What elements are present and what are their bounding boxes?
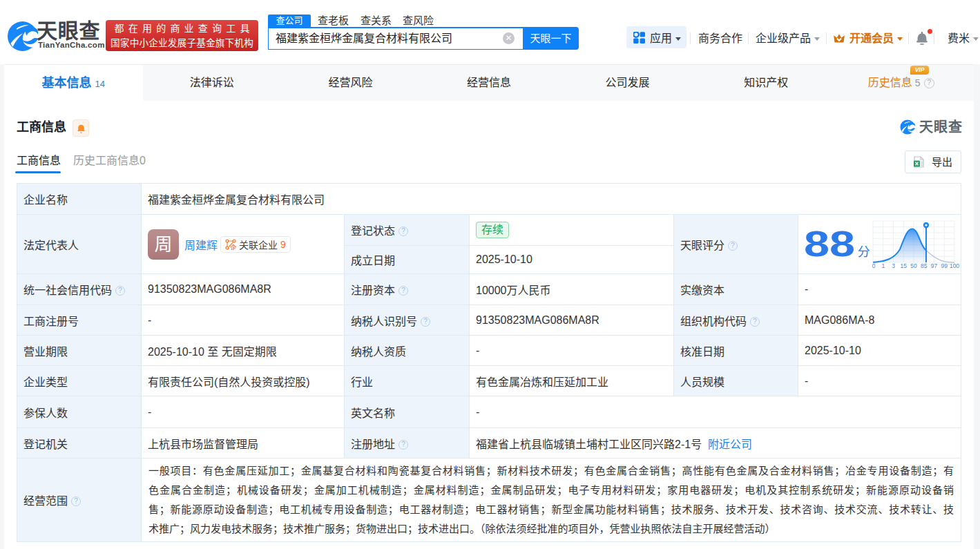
svg-text:97: 97 xyxy=(931,262,938,269)
svg-text:85: 85 xyxy=(921,262,928,269)
svg-text:企: 企 xyxy=(230,243,237,250)
svg-text:15: 15 xyxy=(901,262,907,269)
svg-text:3: 3 xyxy=(892,262,895,269)
svg-text:50: 50 xyxy=(910,262,917,269)
svg-text:99: 99 xyxy=(941,262,948,269)
svg-text:100: 100 xyxy=(950,262,959,269)
svg-text:0: 0 xyxy=(872,262,876,269)
svg-text:1: 1 xyxy=(881,262,885,269)
